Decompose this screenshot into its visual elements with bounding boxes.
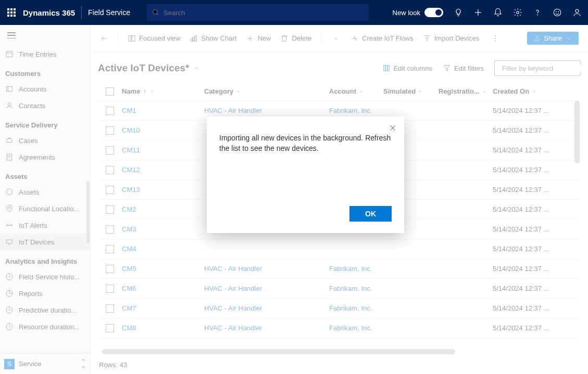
cell-name[interactable]: CM6 [122,285,136,292]
cell-category[interactable]: HVAC - Air Handler [204,107,262,114]
select-all-checkbox[interactable] [106,87,114,96]
gear-icon[interactable] [513,8,522,17]
app-launcher-icon[interactable] [6,7,17,18]
view-title[interactable]: Active IoT Devices* [98,62,199,74]
overflow-button[interactable] [489,32,502,45]
hamburger-button[interactable] [0,25,90,46]
col-header-created[interactable]: Created On [493,87,551,95]
row-checkbox[interactable] [106,205,114,214]
cell-name[interactable]: CM3 [122,225,136,233]
svg-point-6 [554,9,561,16]
sidebar-item-iot-alerts[interactable]: IoT Alerts [0,217,90,234]
table-row[interactable]: CM8HVAC - Air HandlerFabrikam, Inc.5/14/… [98,318,581,338]
edit-columns-button[interactable]: Edit columns [382,64,432,72]
cell-name[interactable]: CM2 [122,205,136,213]
col-header-account[interactable]: Account [329,87,383,95]
sidebar-item-functional-locations[interactable]: Functional Locatio... [0,200,90,217]
cell-name[interactable]: CM13 [122,186,140,194]
import-devices-button[interactable]: Import Devices [423,34,480,43]
ok-button[interactable]: OK [349,206,392,222]
table-row[interactable]: CM6HVAC - Air HandlerFabrikam, Inc.5/14/… [98,279,581,299]
cell-name[interactable]: CM1 [122,107,136,114]
keyword-input[interactable] [502,65,588,72]
share-button[interactable]: Share [527,32,579,45]
sidebar-item-cases[interactable]: Cases [0,132,90,149]
cell-name[interactable]: CM11 [122,146,140,154]
sidebar-item-predictive[interactable]: Predictive duratio... [0,302,90,318]
row-checkbox[interactable] [106,285,114,293]
delete-button[interactable]: Delete [280,34,311,43]
row-checkbox[interactable] [106,225,114,234]
sidebar-item-contacts[interactable]: Contacts [0,97,90,114]
cell-name[interactable]: CM7 [122,304,136,312]
sidebar-item-agreements[interactable]: Agreements [0,149,90,165]
search-input[interactable] [164,9,364,17]
close-button[interactable] [389,124,397,134]
new-look-label: New look [393,9,420,17]
cell-category[interactable]: HVAC - Air Handler [204,324,262,332]
sidebar-item-iot-devices[interactable]: IoT Devices [0,234,90,250]
sidebar-item-reports[interactable]: Reports [0,285,90,302]
row-checkbox[interactable] [106,265,114,273]
col-header-category[interactable]: Category [204,87,329,95]
sidebar-item-fs-historical[interactable]: Field Service histo... [0,268,90,285]
new-button[interactable]: New [246,34,271,43]
svg-rect-10 [6,51,12,57]
grid-horizontal-scrollbar[interactable] [98,348,581,355]
row-checkbox[interactable] [106,126,114,135]
focused-view-button[interactable]: Focused view [128,34,180,43]
plus-icon[interactable] [473,8,483,17]
cell-account[interactable]: Fabrikam, Inc. [329,265,372,273]
cell-name[interactable]: CM4 [122,245,136,253]
grid-vertical-scrollbar[interactable] [574,101,580,163]
new-look-toggle[interactable]: New look [393,8,443,17]
sidebar-item-time-entries[interactable]: Time Entries [0,46,90,62]
table-row[interactable]: CM45/14/2024 12:37 ... [98,239,581,259]
row-checkbox[interactable] [106,166,114,174]
row-checkbox[interactable] [106,304,114,313]
back-button[interactable] [100,34,108,43]
row-checkbox[interactable] [106,186,114,194]
cell-category[interactable]: HVAC - Air Handler [204,265,262,273]
global-search[interactable] [147,4,369,21]
bell-icon[interactable] [493,8,503,17]
area-switcher[interactable]: S Service ⌃⌄ [0,353,90,374]
keyword-filter[interactable] [494,60,581,76]
sidebar-item-assets[interactable]: Assets [0,184,90,200]
table-row[interactable]: CM7HVAC - Air HandlerFabrikam, Inc.5/14/… [98,299,581,318]
cell-account[interactable]: Fabrikam, Inc. [329,324,372,332]
cell-created: 5/14/2024 12:37 ... [493,166,551,174]
table-row[interactable]: CM5HVAC - Air HandlerFabrikam, Inc.5/14/… [98,259,581,279]
row-checkbox[interactable] [106,324,114,332]
account-manager-icon[interactable] [572,8,582,17]
row-checkbox[interactable] [106,107,114,115]
cell-name[interactable]: CM12 [122,166,140,174]
lightbulb-icon[interactable] [454,8,463,17]
svg-point-4 [517,11,519,14]
cell-category[interactable]: HVAC - Air Handler [204,304,262,312]
edit-filters-button[interactable]: Edit filters [443,64,484,72]
cell-account[interactable]: Fabrikam, Inc. [329,285,372,292]
smiley-icon[interactable] [553,8,562,17]
cmd-label: Delete [292,34,311,42]
cell-name[interactable]: CM8 [122,324,136,332]
row-checkbox[interactable] [106,146,114,154]
show-chart-button[interactable]: Show Chart [190,34,236,43]
help-icon[interactable] [533,8,542,17]
create-iot-flows-button[interactable]: Create IoT Flows [351,34,414,43]
sidebar-scrollbar[interactable] [86,181,90,243]
cmd-label: Share [544,34,562,42]
sidebar-item-resource-duration[interactable]: Resource duration... [0,318,90,335]
sidebar-item-accounts[interactable]: Accounts [0,81,90,97]
col-header-registration[interactable]: Registratio... [439,87,493,95]
sidebar-group-assets: Assets [0,165,90,184]
row-checkbox[interactable] [106,245,114,253]
cell-account[interactable]: Fabrikam, Inc. [329,304,372,312]
col-header-name[interactable]: Name [122,87,204,95]
cell-name[interactable]: CM5 [122,265,136,273]
cell-name[interactable]: CM10 [122,126,140,134]
cell-category[interactable]: HVAC - Air Handler [204,285,262,292]
delete-split-chevron[interactable] [331,35,341,42]
col-header-simulated[interactable]: Simulated [383,87,439,95]
cell-account[interactable]: Fabrikam, Inc. [329,107,372,114]
